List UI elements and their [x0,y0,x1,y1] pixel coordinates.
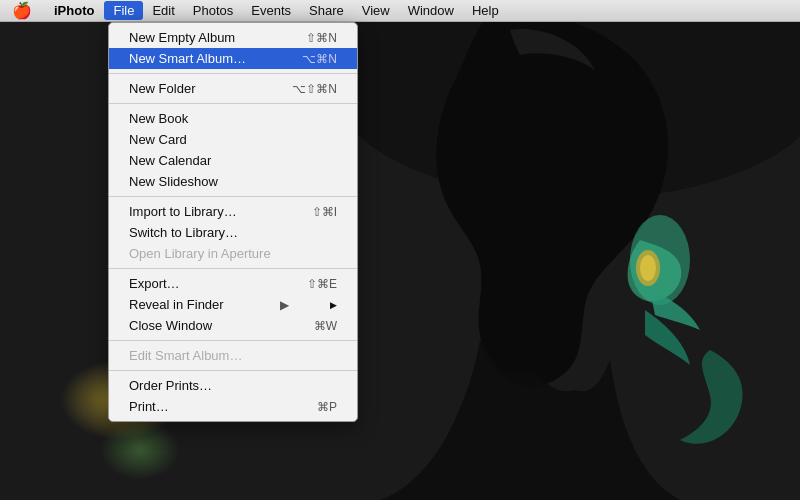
menu-view[interactable]: View [353,1,399,20]
new-empty-album-shortcut: ⇧⌘N [306,31,337,45]
menu-new-empty-album[interactable]: New Empty Album ⇧⌘N [109,27,357,48]
close-window-shortcut: ⌘W [314,319,337,333]
menu-new-book[interactable]: New Book [109,108,357,129]
apple-menu[interactable]: 🍎 [0,1,44,20]
menu-import-library[interactable]: Import to Library… ⇧⌘I [109,201,357,222]
import-library-label: Import to Library… [129,204,237,219]
separator-3 [109,196,357,197]
background-art [280,0,800,500]
separator-4 [109,268,357,269]
menu-open-aperture: Open Library in Aperture [109,243,357,264]
menu-reveal-finder[interactable]: Reveal in Finder ▶ [109,294,357,315]
menu-switch-library[interactable]: Switch to Library… [109,222,357,243]
import-library-shortcut: ⇧⌘I [312,205,337,219]
new-book-label: New Book [129,111,188,126]
menu-new-slideshow[interactable]: New Slideshow [109,171,357,192]
edit-smart-album-label: Edit Smart Album… [129,348,242,363]
menu-photos[interactable]: Photos [184,1,242,20]
print-label: Print… [129,399,169,414]
new-smart-album-label: New Smart Album… [129,51,246,66]
new-smart-album-shortcut: ⌥⌘N [302,52,337,66]
menu-export[interactable]: Export… ⇧⌘E [109,273,357,294]
menu-close-window[interactable]: Close Window ⌘W [109,315,357,336]
new-card-label: New Card [129,132,187,147]
new-slideshow-label: New Slideshow [129,174,218,189]
reveal-finder-arrow: ▶ [280,298,289,312]
file-dropdown: New Empty Album ⇧⌘N New Smart Album… ⌥⌘N… [108,22,358,422]
app-name[interactable]: iPhoto [44,3,104,18]
separator-6 [109,370,357,371]
new-empty-album-label: New Empty Album [129,30,235,45]
menu-events[interactable]: Events [242,1,300,20]
print-shortcut: ⌘P [317,400,337,414]
separator-5 [109,340,357,341]
new-folder-label: New Folder [129,81,195,96]
menu-edit-smart-album: Edit Smart Album… [109,345,357,366]
switch-library-label: Switch to Library… [129,225,238,240]
separator-1 [109,73,357,74]
menu-help[interactable]: Help [463,1,508,20]
menubar: 🍎 iPhoto File Edit Photos Events Share V… [0,0,800,22]
separator-2 [109,103,357,104]
menu-edit[interactable]: Edit [143,1,183,20]
menu-order-prints[interactable]: Order Prints… [109,375,357,396]
close-window-label: Close Window [129,318,212,333]
menu-print[interactable]: Print… ⌘P [109,396,357,417]
svg-point-4 [640,255,656,281]
green-blob [100,420,180,480]
new-folder-shortcut: ⌥⇧⌘N [292,82,337,96]
export-label: Export… [129,276,180,291]
menu-window[interactable]: Window [399,1,463,20]
menu-new-calendar[interactable]: New Calendar [109,150,357,171]
menu-file[interactable]: File [104,1,143,20]
open-aperture-label: Open Library in Aperture [129,246,271,261]
menu-new-folder[interactable]: New Folder ⌥⇧⌘N [109,78,357,99]
menu-new-card[interactable]: New Card [109,129,357,150]
export-shortcut: ⇧⌘E [307,277,337,291]
menu-share[interactable]: Share [300,1,353,20]
menu-new-smart-album[interactable]: New Smart Album… ⌥⌘N [109,48,357,69]
order-prints-label: Order Prints… [129,378,212,393]
new-calendar-label: New Calendar [129,153,211,168]
reveal-finder-label: Reveal in Finder [129,297,224,312]
